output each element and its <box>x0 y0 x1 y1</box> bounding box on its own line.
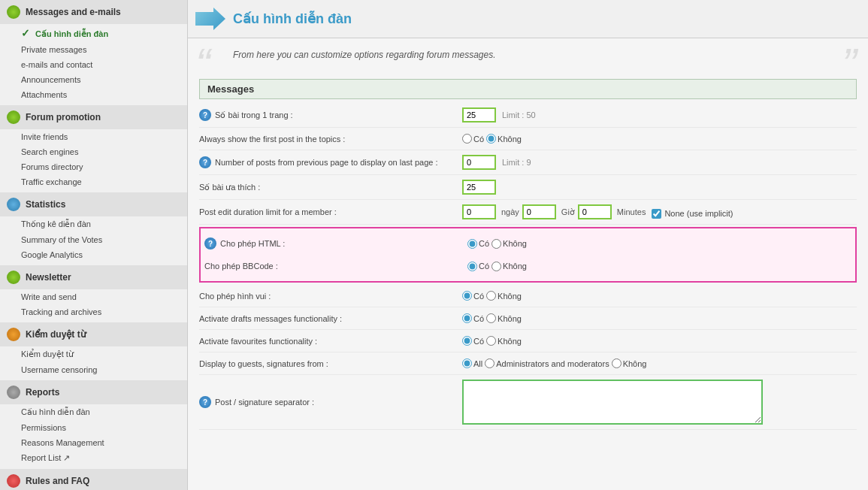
post-sig-separator-textarea[interactable] <box>462 380 763 425</box>
reports-label: Reports <box>26 387 59 398</box>
cho-phep-html-khong-radio[interactable] <box>491 239 501 249</box>
rules-faq-label: Rules and FAQ <box>26 476 89 486</box>
newsletter-label: Newsletter <box>26 272 71 283</box>
always-show-first-khong-label[interactable]: Không <box>486 134 522 144</box>
activate-drafts-khong-radio[interactable] <box>486 313 496 323</box>
post-sig-separator-controls <box>462 380 763 425</box>
activate-drafts-co-radio[interactable] <box>462 313 472 323</box>
post-sig-separator-row: ? Post / signature separator : <box>199 375 857 430</box>
so-bai-ua-thich-label: Số bài ưa thích : <box>199 183 462 192</box>
cho-phep-hinh-vui-co-radio[interactable] <box>462 291 472 301</box>
cho-phep-hinh-vui-khong-label[interactable]: Không <box>486 291 522 301</box>
display-guests-sig-admins-label[interactable]: Administrators and moderators <box>485 358 609 368</box>
forum-promotion-icon <box>6 110 21 125</box>
description-text: From here you can customize options rega… <box>233 50 823 60</box>
cho-phep-hinh-vui-co-label[interactable]: Có <box>462 291 484 301</box>
sidebar-item-label: Username censoring <box>21 365 98 374</box>
display-guests-sig-all-label[interactable]: All <box>462 358 482 368</box>
sidebar-item-forums-directory[interactable]: Forums directory <box>0 159 187 174</box>
sidebar-item-cau-hinh[interactable]: ✓ Cấu hình diễn đàn <box>0 24 187 42</box>
sidebar-section-kiem-duyet-header[interactable]: Kiểm duyệt từ <box>0 322 187 346</box>
sidebar-item-write-send[interactable]: Write and send <box>0 289 187 304</box>
sidebar-section-messages-header[interactable]: Messages and e-mails <box>0 0 187 24</box>
sidebar-section-newsletter-header[interactable]: Newsletter <box>0 265 187 289</box>
cho-phep-html-khong-label[interactable]: Không <box>491 239 527 249</box>
sidebar-item-private[interactable]: Private messages <box>0 42 187 57</box>
post-edit-gio-input[interactable] <box>522 204 556 219</box>
always-show-first-khong-radio[interactable] <box>486 134 496 144</box>
always-show-first-co-label[interactable]: Có <box>462 134 484 144</box>
cho-phep-bbcode-co-label[interactable]: Có <box>467 262 489 271</box>
display-guests-sig-admins-radio[interactable] <box>485 358 494 368</box>
cho-phep-bbcode-row: Cho phép BBCode : Có Không <box>204 255 851 277</box>
sidebar-item-kiem-duyet-tu[interactable]: Kiểm duyệt từ <box>0 346 187 362</box>
sidebar-item-google-analytics[interactable]: Google Analytics <box>0 247 187 262</box>
sidebar-item-traffic[interactable]: Traffic exchange <box>0 174 187 189</box>
sidebar-item-summary-votes[interactable]: Summary of the Votes <box>0 232 187 247</box>
sidebar-item-label: e-mails and contact <box>21 60 92 69</box>
cho-phep-hinh-vui-khong-radio[interactable] <box>486 291 496 301</box>
sidebar-item-label: Reasons Management <box>21 438 104 447</box>
sidebar-item-announcements[interactable]: Announcements <box>0 72 187 87</box>
sidebar-section-rules-faq-header[interactable]: Rules and FAQ <box>0 469 187 490</box>
sidebar-item-reports-cau-hinh[interactable]: Cấu hình diễn đàn <box>0 404 187 420</box>
posts-per-page-input[interactable] <box>462 107 496 122</box>
form-area: ? Số bài trong 1 trang : Limit : 50 Alwa… <box>188 99 868 441</box>
posts-from-prev-controls: Limit : 9 <box>462 155 531 170</box>
post-edit-minutes-input[interactable] <box>578 204 612 219</box>
sidebar-item-invite[interactable]: Invite friends <box>0 129 187 144</box>
activate-favourites-khong-radio[interactable] <box>486 336 496 346</box>
posts-per-page-help-icon[interactable]: ? <box>199 109 211 121</box>
post-sig-separator-help-icon[interactable]: ? <box>199 396 211 408</box>
display-guests-sig-controls: All Administrators and moderators Không <box>462 358 646 368</box>
always-show-first-co-radio[interactable] <box>462 134 472 144</box>
sidebar-item-label: Thống kê diễn đàn <box>21 219 91 228</box>
statistics-icon <box>6 197 21 212</box>
messages-section-title: Messages <box>199 79 857 99</box>
cho-phep-html-co-radio[interactable] <box>467 239 477 249</box>
sidebar-item-emails[interactable]: e-mails and contact <box>0 57 187 72</box>
activate-favourites-co-radio[interactable] <box>462 336 472 346</box>
sidebar-section-reports-header[interactable]: Reports <box>0 380 187 404</box>
main-content: Cấu hình diễn đàn From here you can cust… <box>188 0 868 490</box>
posts-from-prev-help-icon[interactable]: ? <box>199 156 211 168</box>
sidebar-item-reasons[interactable]: Reasons Management <box>0 435 187 450</box>
always-show-first-row: Always show the first post in the topics… <box>199 128 857 150</box>
posts-per-page-controls: Limit : 50 <box>462 107 536 122</box>
cho-phep-bbcode-khong-label[interactable]: Không <box>491 262 527 271</box>
activate-favourites-khong-label[interactable]: Không <box>486 336 522 346</box>
sidebar-item-label: Announcements <box>21 75 81 84</box>
activate-drafts-label: Activate drafts messages functionality : <box>199 314 462 323</box>
activate-favourites-co-label[interactable]: Có <box>462 336 484 346</box>
cho-phep-bbcode-co-radio[interactable] <box>467 262 477 271</box>
activate-drafts-co-label[interactable]: Có <box>462 313 484 323</box>
activate-drafts-khong-label[interactable]: Không <box>486 313 522 323</box>
sidebar-item-attachments[interactable]: Attachments <box>0 87 187 102</box>
post-edit-ngay-input[interactable] <box>462 204 496 219</box>
kiem-duyet-icon <box>6 327 21 342</box>
display-guests-sig-khong-radio[interactable] <box>612 358 622 368</box>
display-guests-sig-all-radio[interactable] <box>462 358 472 368</box>
cho-phep-bbcode-label: Cho phép BBCode : <box>204 262 467 271</box>
none-implicit-checkbox[interactable] <box>652 209 661 219</box>
sidebar-item-label: Write and send <box>21 292 77 301</box>
cho-phep-html-co-label[interactable]: Có <box>467 239 489 249</box>
display-guests-sig-khong-label[interactable]: Không <box>612 358 647 368</box>
sidebar-section-statistics-header[interactable]: Statistics <box>0 192 187 216</box>
sidebar-item-thong-ke[interactable]: Thống kê diễn đàn <box>0 216 187 232</box>
posts-from-prev-input[interactable] <box>462 155 496 170</box>
sidebar-section-forum-promotion-header[interactable]: Forum promotion <box>0 105 187 129</box>
so-bai-ua-thich-input[interactable] <box>462 180 496 195</box>
posts-per-page-row: ? Số bài trong 1 trang : Limit : 50 <box>199 103 857 128</box>
sidebar-item-permissions[interactable]: Permissions <box>0 420 187 435</box>
sidebar-item-label: Private messages <box>21 45 86 54</box>
cho-phep-html-controls: Có Không <box>467 239 527 249</box>
sidebar-item-search-engines[interactable]: Search engines <box>0 144 187 159</box>
sidebar-item-username-censoring[interactable]: Username censoring <box>0 362 187 377</box>
none-implicit-label[interactable]: None (use implicit) <box>652 209 733 219</box>
cho-phep-html-help-icon[interactable]: ? <box>204 237 216 250</box>
newsletter-icon <box>6 270 21 285</box>
sidebar-item-report-list[interactable]: Report List ↗ <box>0 450 187 466</box>
cho-phep-bbcode-khong-radio[interactable] <box>491 262 501 271</box>
sidebar-item-tracking[interactable]: Tracking and archives <box>0 304 187 319</box>
